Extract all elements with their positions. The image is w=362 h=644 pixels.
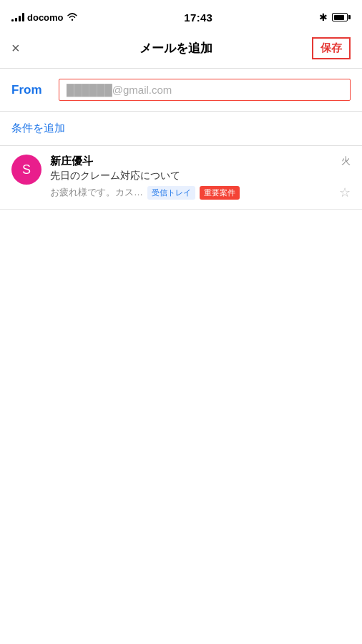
email-preview: お疲れ様です。カス… — [50, 186, 143, 199]
battery-icon — [332, 13, 351, 21]
close-button[interactable]: × — [11, 40, 40, 57]
carrier-name: docomo — [27, 12, 64, 23]
carrier-signal: docomo — [11, 12, 78, 23]
table-row[interactable]: S 新庄優斗 火 先日のクレーム対応について お疲れ様です。カス… 受信トレイ … — [0, 146, 362, 210]
email-top: 新庄優斗 火 — [50, 155, 351, 168]
email-subject: 先日のクレーム対応について — [50, 170, 351, 182]
status-time: 17:43 — [184, 11, 212, 24]
status-right-group: ✱ — [319, 11, 351, 23]
add-condition-label[interactable]: 条件を追加 — [11, 122, 65, 134]
from-email-field[interactable]: ██████@gmail.com — [59, 79, 351, 101]
page-title: メールを追加 — [140, 40, 212, 57]
from-row: From ██████@gmail.com — [0, 69, 362, 112]
email-list: S 新庄優斗 火 先日のクレーム対応について お疲れ様です。カス… 受信トレイ … — [0, 146, 362, 210]
signal-icon — [11, 13, 24, 21]
status-bar: docomo 17:43 ✱ — [0, 0, 362, 31]
wifi-icon — [67, 12, 78, 23]
email-sender: 新庄優斗 — [50, 155, 93, 168]
nav-bar: × メールを追加 保存 — [0, 31, 362, 69]
email-date: 火 — [341, 155, 351, 167]
bluetooth-icon: ✱ — [319, 11, 328, 23]
badge-inbox: 受信トレイ — [147, 186, 195, 200]
badge-important: 重要案件 — [200, 186, 240, 200]
star-icon[interactable]: ☆ — [339, 185, 351, 200]
avatar: S — [11, 155, 41, 185]
add-condition-row[interactable]: 条件を追加 — [0, 112, 362, 146]
from-email-value: ██████@gmail.com — [67, 84, 172, 96]
save-button[interactable]: 保存 — [312, 37, 351, 59]
email-bottom: お疲れ様です。カス… 受信トレイ 重要案件 ☆ — [50, 185, 351, 200]
email-content: 新庄優斗 火 先日のクレーム対応について お疲れ様です。カス… 受信トレイ 重要… — [50, 155, 351, 200]
from-label: From — [11, 83, 47, 97]
